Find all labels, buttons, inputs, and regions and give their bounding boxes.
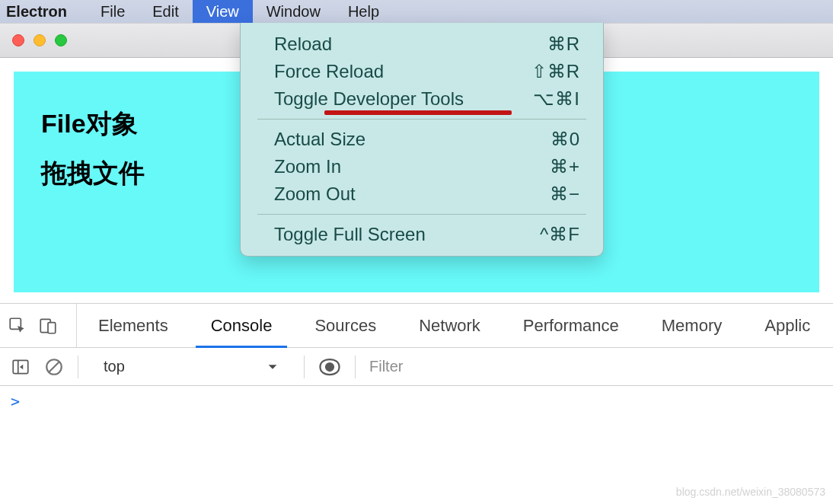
menu-item-label: Force Reload [274,61,384,82]
toolbar-separator [355,356,356,378]
menu-zoom-in[interactable]: Zoom In ⌘+ [241,153,603,180]
console-sidebar-toggle-icon[interactable] [11,357,30,377]
menu-item-shortcut: ⌘− [512,183,580,205]
maximize-window-button[interactable] [55,34,67,46]
menu-zoom-out[interactable]: Zoom Out ⌘− [241,180,603,208]
app-name: Electron [6,3,67,21]
toolbar-separator [304,356,305,378]
menu-help[interactable]: Help [334,0,393,23]
highlight-underline [324,110,512,115]
devtools-panel: Elements Console Sources Network Perform… [0,303,833,504]
menu-view[interactable]: View [193,0,253,23]
device-toolbar-icon[interactable] [38,316,58,336]
devtools-icon-group [8,304,77,347]
menu-separator [257,119,586,120]
tab-sources[interactable]: Sources [293,304,397,347]
context-selector[interactable]: top [92,353,290,381]
menu-edit[interactable]: Edit [139,0,192,23]
toolbar-separator [78,356,78,378]
console-body[interactable]: > [0,386,833,416]
menu-item-shortcut: ⇧⌘R [512,61,580,82]
clear-console-icon[interactable] [44,357,64,377]
svg-rect-2 [48,322,56,333]
menu-force-reload[interactable]: Force Reload ⇧⌘R [241,58,603,85]
tab-elements[interactable]: Elements [77,304,190,347]
menu-item-shortcut: ⌘R [512,33,580,55]
menu-item-shortcut: ⌘0 [512,129,580,150]
menu-toggle-devtools[interactable]: Toggle Developer Tools ⌥⌘I [241,85,603,113]
context-label: top [104,358,125,375]
menubar: Electron File Edit View Window Help [0,0,833,23]
menu-item-label: Toggle Developer Tools [274,88,464,110]
menu-file[interactable]: File [87,0,139,23]
menu-item-label: Actual Size [274,129,365,150]
watermark: blog.csdn.net/weixin_38080573 [676,486,825,498]
view-dropdown: Reload ⌘R Force Reload ⇧⌘R Toggle Develo… [240,23,604,257]
menu-reload[interactable]: Reload ⌘R [241,30,603,58]
inspect-element-icon[interactable] [8,316,27,336]
menu-item-shortcut: ⌘+ [512,156,580,177]
chevron-down-icon [266,361,279,373]
menu-item-label: Zoom Out [274,183,356,205]
tab-network[interactable]: Network [397,304,502,347]
console-prompt: > [11,392,20,410]
menu-fullscreen[interactable]: Toggle Full Screen ^⌘F [241,221,603,248]
menu-separator [257,214,586,215]
tab-memory[interactable]: Memory [640,304,743,347]
menu-item-label: Zoom In [274,156,341,177]
menu-item-shortcut: ^⌘F [512,224,580,245]
menu-actual-size[interactable]: Actual Size ⌘0 [241,126,603,153]
close-window-button[interactable] [12,34,24,46]
devtools-tabs: Elements Console Sources Network Perform… [0,304,833,348]
tab-console[interactable]: Console [190,304,294,347]
menu-item-label: Toggle Full Screen [274,224,426,245]
svg-point-5 [326,363,334,371]
live-expression-icon[interactable] [318,356,341,378]
minimize-window-button[interactable] [34,34,46,46]
filter-input[interactable] [369,353,822,381]
menu-item-label: Reload [274,33,332,55]
menu-window[interactable]: Window [253,0,334,23]
menu-item-shortcut: ⌥⌘I [512,88,580,110]
tab-performance[interactable]: Performance [502,304,640,347]
console-toolbar: top [0,348,833,386]
tab-application[interactable]: Applic [743,304,831,347]
